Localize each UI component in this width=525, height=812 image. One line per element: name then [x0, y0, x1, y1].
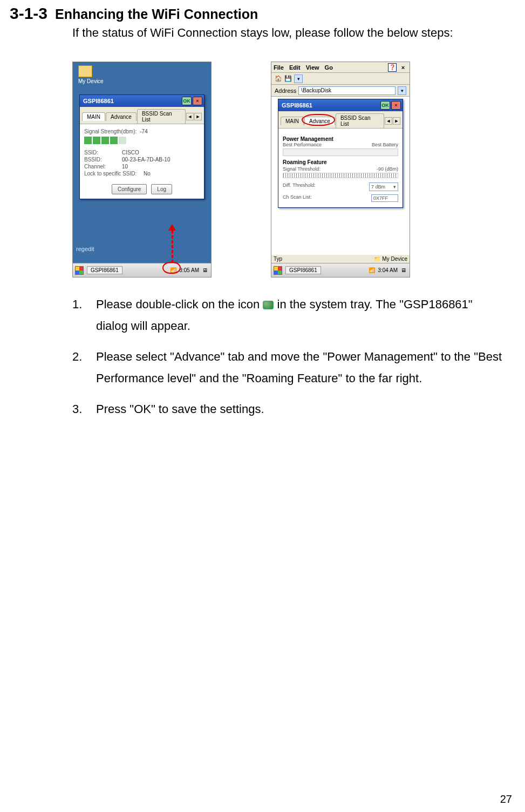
tab-advance[interactable]: Advance	[106, 112, 137, 121]
dialog-tabs: MAIN Advance BSSID Scan List ◄ ►	[80, 107, 204, 124]
power-management-header: Power Management	[283, 136, 398, 142]
address-bar-row: Address \BackupDisk ▾	[271, 85, 410, 97]
signal-threshold-label: Signal Threshold:	[283, 166, 321, 172]
toolbar-dropdown[interactable]: ▾	[294, 75, 303, 83]
taskbar: GSPI86861 📶 3:05 AM 🖥	[73, 263, 211, 277]
signal-bar-icon	[84, 137, 92, 144]
explorer-toolbar: 🏠 💾 ▾	[271, 73, 410, 85]
toolbar-home-icon[interactable]: 🏠	[275, 75, 282, 82]
dialog-titlebar: GSPI86861 OK ×	[80, 95, 204, 107]
step-1-text-a: Please double-click on the icon	[96, 297, 263, 311]
step-2: 2. Please select "Advance" tab and move …	[72, 346, 503, 389]
step-2-text: Please select "Advance" tab and move the…	[96, 346, 503, 389]
close-button[interactable]: ×	[193, 97, 202, 105]
taskbar-app-button[interactable]: GSPI86861	[285, 266, 321, 274]
configure-button[interactable]: Configure	[112, 184, 147, 194]
dialog-tabs: MAIN Advance BSSID Scan List ◄ ►	[278, 111, 403, 128]
ok-button[interactable]: OK	[182, 97, 192, 105]
taskbar: GSPI86861 📶 3:04 AM 🖥	[271, 263, 410, 277]
roaming-slider[interactable]	[283, 173, 398, 178]
signal-bar-icon	[119, 137, 126, 144]
dialog-body-advance: Power Management Best Performance Best B…	[278, 128, 403, 207]
diff-threshold-combo[interactable]: 7 dBm▾	[369, 182, 398, 191]
channel-label: Channel:	[84, 164, 122, 170]
menu-view[interactable]: View	[306, 64, 319, 71]
step-3: 3. Press "OK" to save the settings.	[72, 398, 503, 420]
step-1-number: 1.	[72, 294, 96, 336]
intro-text: If the status of WiFi Connection stays l…	[0, 23, 525, 40]
desktop-icon-mydevice[interactable]: My Device	[78, 65, 104, 84]
screenshot-advance-tab: File Edit View Go ❓ × 🏠 💾 ▾ Address \Bac…	[271, 62, 410, 278]
tab-scroll-left[interactable]: ◄	[186, 113, 194, 120]
section-title: Enhancing the WiFi Connection	[55, 6, 258, 22]
address-input[interactable]: \BackupDisk	[298, 86, 396, 95]
channel-value: 10	[122, 164, 128, 170]
taskbar-app-button[interactable]: GSPI86861	[87, 266, 122, 274]
signal-threshold-value: -90 (dBm)	[377, 166, 398, 172]
type-value: My Device	[382, 256, 407, 262]
step-3-text: Press "OK" to save the settings.	[96, 398, 503, 420]
tab-scroll-right[interactable]: ►	[393, 117, 400, 125]
pm-best-performance-label: Best Performance	[283, 142, 322, 147]
wifi-dialog-advance: GSPI86861 OK × MAIN Advance BSSID Scan L…	[278, 99, 403, 208]
dialog-body: Signal Strength(dbm): -74 SSID:CISCO BSS…	[80, 124, 204, 199]
log-button[interactable]: Log	[151, 184, 172, 194]
steps-list: 1. Please double-click on the icon in th…	[0, 278, 525, 420]
tray-wifi-icon	[263, 301, 274, 309]
power-management-slider[interactable]	[283, 148, 398, 156]
tab-scroll-right[interactable]: ►	[194, 113, 202, 120]
step-3-number: 3.	[72, 398, 96, 420]
screenshot-main-tab: My Device regedit GSPI86861 OK × MAIN Ad…	[72, 62, 212, 278]
tab-main[interactable]: MAIN	[281, 117, 304, 125]
annotation-dash-icon	[172, 231, 173, 263]
toolbar-save-icon[interactable]: 💾	[284, 75, 292, 82]
tab-bssid[interactable]: BSSID Scan List	[336, 113, 384, 128]
folder-icon	[78, 65, 92, 77]
tray-clock: 3:05 AM	[179, 267, 199, 273]
dialog-titlebar: GSPI86861 OK ×	[278, 99, 403, 111]
signal-bar-icon	[110, 137, 118, 144]
page-header: 3-1-3 Enhancing the WiFi Connection	[0, 0, 525, 23]
signal-bars	[84, 137, 200, 144]
explorer-menubar: File Edit View Go ❓ ×	[271, 62, 410, 73]
menu-go[interactable]: Go	[325, 64, 333, 71]
close-button[interactable]: ×	[391, 101, 401, 110]
tray-network-icon[interactable]: 📶	[169, 267, 177, 274]
address-go-button[interactable]: ▾	[398, 86, 406, 95]
menu-edit[interactable]: Edit	[289, 64, 301, 71]
tab-advance[interactable]: Advance	[304, 117, 335, 125]
address-label: Address	[275, 87, 296, 94]
step-1: 1. Please double-click on the icon in th…	[72, 294, 503, 336]
ok-button[interactable]: OK	[380, 101, 390, 110]
help-icon[interactable]: ❓	[388, 63, 397, 72]
folder-icon: 📁	[374, 256, 380, 262]
tray-desktop-icon[interactable]: 🖥	[201, 267, 209, 274]
tray-network-icon[interactable]: 📶	[368, 267, 376, 274]
roaming-feature-header: Roaming Feature	[283, 159, 398, 165]
desktop-label-regedit[interactable]: regedit	[76, 246, 94, 252]
ssid-value: CISCO	[122, 150, 139, 155]
diff-threshold-label: Diff. Threshold:	[283, 182, 316, 191]
signal-bar-icon	[101, 137, 109, 144]
tab-advance-label: Advance	[309, 118, 330, 124]
annotation-arrow-icon	[168, 224, 176, 231]
start-icon[interactable]	[75, 266, 84, 275]
lock-ssid-label: Lock to specific SSID:	[84, 171, 144, 177]
close-icon[interactable]: ×	[399, 63, 407, 72]
ssid-label: SSID:	[84, 150, 122, 155]
pm-best-battery-label: Best Battery	[372, 142, 398, 147]
dialog-title: GSPI86861	[83, 98, 114, 104]
tray-desktop-icon[interactable]: 🖥	[400, 267, 407, 274]
menu-file[interactable]: File	[274, 64, 284, 71]
page-number: 27	[500, 793, 512, 806]
start-icon[interactable]	[274, 266, 282, 275]
tab-bssid[interactable]: BSSID Scan List	[137, 109, 186, 124]
tab-scroll-left[interactable]: ◄	[385, 117, 392, 125]
bssid-label: BSSID:	[84, 157, 122, 163]
wifi-dialog: GSPI86861 OK × MAIN Advance BSSID Scan L…	[79, 94, 204, 199]
signal-strength-value: -74	[140, 128, 147, 134]
ch-scan-list-input[interactable]: 0X7FF	[371, 194, 398, 202]
tray-clock: 3:04 AM	[378, 267, 398, 273]
step-2-number: 2.	[72, 346, 96, 389]
tab-main[interactable]: MAIN	[82, 112, 105, 121]
